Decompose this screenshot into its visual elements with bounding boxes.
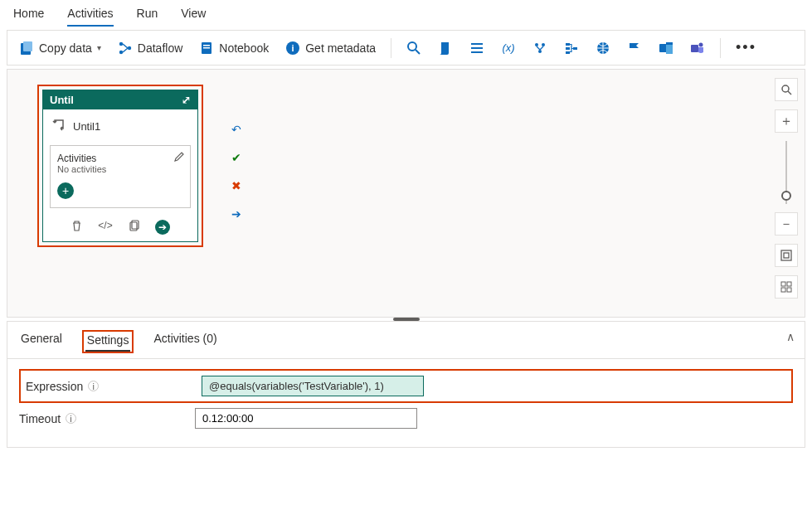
menubar: Home Activities Run View	[0, 0, 812, 27]
minimap-button[interactable]	[775, 275, 798, 299]
svg-line-32	[788, 91, 791, 95]
activities-title: Activities	[57, 153, 183, 164]
svg-point-3	[119, 50, 123, 53]
node-name-row: Until1	[43, 109, 197, 140]
highlight-frame: Expression i @equals(variables('TestVari…	[19, 369, 793, 403]
activities-container[interactable]: Activities No activities +	[50, 145, 191, 208]
add-activity-button[interactable]: +	[57, 182, 74, 199]
tab-activities[interactable]: Activities (0)	[152, 330, 218, 353]
menu-view[interactable]: View	[181, 7, 206, 27]
svg-rect-19	[566, 43, 570, 46]
until-activity-node[interactable]: Until ⤢ Until1 Activities No activities …	[42, 90, 198, 242]
notebook-button[interactable]: Notebook	[194, 37, 274, 59]
skip-icon[interactable]: ➔	[231, 207, 241, 221]
fail-icon[interactable]: ✖	[231, 179, 241, 192]
svg-rect-22	[573, 47, 577, 50]
script-icon	[438, 41, 453, 56]
svg-rect-27	[691, 45, 698, 52]
stored-procedure-button[interactable]	[464, 37, 489, 59]
code-button[interactable]: </>	[98, 220, 112, 235]
outlook-icon	[659, 41, 673, 56]
success-icon[interactable]: ✔	[231, 151, 241, 164]
outlook-button[interactable]	[654, 37, 678, 59]
teams-button[interactable]	[685, 37, 710, 59]
undo-icon[interactable]: ↶	[231, 123, 241, 136]
svg-point-2	[119, 41, 123, 45]
svg-point-10	[408, 42, 416, 51]
svg-rect-36	[787, 282, 791, 286]
nodes-icon	[532, 41, 547, 56]
info-icon[interactable]: i	[88, 381, 99, 391]
fit-screen-button[interactable]	[775, 244, 798, 267]
pipeline-canvas[interactable]: Until ⤢ Until1 Activities No activities …	[7, 69, 805, 318]
svg-rect-6	[203, 45, 210, 46]
svg-point-31	[782, 85, 789, 92]
toolbar-separator	[720, 38, 721, 58]
svg-point-4	[128, 46, 131, 49]
delete-data-button[interactable]	[528, 37, 552, 59]
node-side-controls: ↶ ✔ ✖ ➔	[231, 123, 241, 221]
info-icon[interactable]: i	[66, 413, 76, 424]
copy-button[interactable]	[128, 220, 140, 235]
get-metadata-button[interactable]: i Get metadata	[280, 37, 381, 59]
zoom-slider-thumb[interactable]	[781, 191, 791, 201]
structure-icon	[564, 41, 579, 56]
web-button[interactable]	[591, 37, 615, 59]
svg-point-28	[699, 42, 703, 46]
properties-body: Expression i @equals(variables('TestVari…	[7, 359, 805, 447]
append-variable-button[interactable]	[559, 37, 584, 59]
flag-icon	[627, 41, 642, 56]
svg-point-16	[535, 43, 538, 46]
globe-icon	[596, 41, 610, 56]
svg-rect-35	[781, 282, 785, 286]
more-button[interactable]: •••	[731, 36, 761, 60]
loop-icon	[51, 118, 66, 135]
svg-rect-14	[471, 51, 483, 53]
node-name-label: Until1	[73, 120, 100, 133]
timeout-input[interactable]	[195, 408, 417, 429]
collapse-panel-button[interactable]: ∧	[786, 330, 795, 343]
menu-run[interactable]: Run	[137, 7, 158, 27]
svg-line-11	[416, 50, 420, 54]
svg-rect-20	[566, 47, 570, 50]
svg-rect-38	[787, 288, 791, 292]
script-button[interactable]	[433, 37, 458, 59]
run-button[interactable]: ➔	[155, 220, 170, 235]
copy-data-button[interactable]: Copy data ▾	[14, 37, 106, 59]
menu-activities[interactable]: Activities	[67, 7, 113, 27]
zoom-in-button[interactable]: ＋	[775, 109, 798, 133]
chevron-down-icon: ▾	[97, 43, 101, 52]
node-type-label: Until	[50, 94, 74, 106]
copy-data-icon	[19, 41, 34, 56]
svg-point-18	[538, 50, 542, 53]
expand-icon[interactable]: ⤢	[182, 94, 191, 106]
menu-home[interactable]: Home	[13, 7, 44, 27]
dataflow-icon	[118, 41, 133, 56]
lookup-button[interactable]	[401, 37, 426, 59]
set-variable-button[interactable]: (x)	[496, 37, 521, 59]
teams-icon	[690, 41, 705, 56]
expression-input[interactable]: @equals(variables('TestVariable'), 1)	[202, 376, 424, 396]
timeout-label: Timeout i	[19, 412, 185, 425]
svg-rect-26	[666, 42, 673, 45]
zoom-slider[interactable]	[785, 141, 787, 204]
properties-tabs: General Settings Activities (0)	[7, 322, 805, 359]
svg-rect-12	[471, 43, 483, 45]
dataflow-label: Dataflow	[138, 41, 182, 55]
canvas-search-button[interactable]	[775, 78, 798, 101]
copy-data-label: Copy data	[39, 41, 92, 55]
pencil-icon[interactable]	[173, 151, 185, 165]
variable-icon: (x)	[501, 41, 516, 56]
svg-rect-37	[781, 288, 785, 292]
tab-general[interactable]: General	[19, 330, 64, 353]
highlight-frame: Until ⤢ Until1 Activities No activities …	[37, 85, 203, 247]
tab-settings[interactable]: Settings	[85, 332, 131, 352]
svg-text:(x): (x)	[502, 41, 514, 54]
delete-button[interactable]	[71, 220, 83, 235]
azure-function-button[interactable]	[622, 37, 647, 59]
info-icon: i	[285, 41, 300, 56]
dataflow-button[interactable]: Dataflow	[113, 37, 187, 59]
zoom-out-button[interactable]: －	[775, 212, 798, 236]
svg-rect-1	[23, 41, 32, 51]
get-metadata-label: Get metadata	[305, 41, 376, 55]
